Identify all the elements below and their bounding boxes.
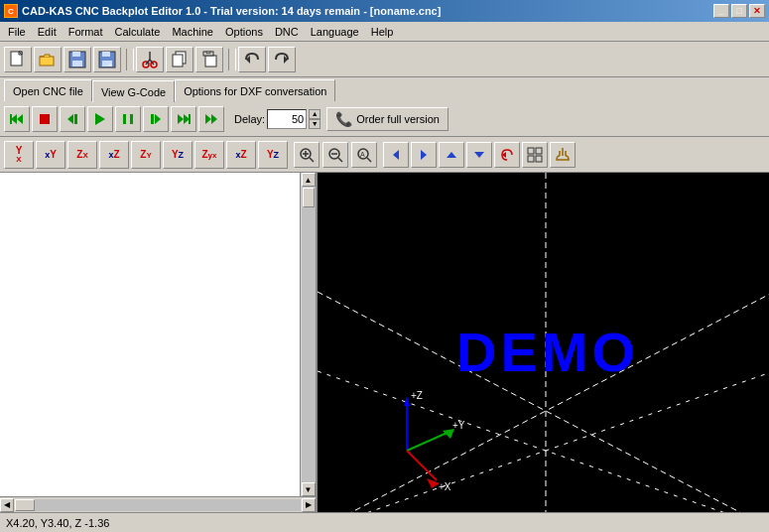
main-area: ▲ ▼ ◀ ▶ DEMO	[0, 173, 769, 512]
svg-line-39	[310, 158, 314, 162]
svg-rect-32	[151, 114, 154, 124]
view-bar: YX xY ZX xZ ZY YZ Zyx xZ	[0, 137, 769, 173]
undo-button[interactable]	[238, 47, 266, 72]
view-yz2-button[interactable]: YZ	[258, 141, 288, 169]
zoom-fit-button[interactable]: A	[351, 142, 377, 168]
title-bar-buttons: _ □ ✕	[713, 4, 765, 18]
cnc-display: DEMO +Z +Y +X	[318, 173, 769, 512]
status-bar: X4.20, Y3.40, Z -1.36	[0, 512, 769, 532]
view-zy-button[interactable]: ZY	[131, 141, 161, 169]
svg-marker-26	[67, 114, 73, 124]
view-xz-button[interactable]: xZ	[99, 141, 129, 169]
svg-marker-51	[474, 152, 484, 158]
delay-increment-button[interactable]: ▲	[309, 109, 320, 119]
menu-dnc[interactable]: DNC	[269, 24, 305, 40]
svg-text:A: A	[360, 151, 365, 158]
loop-button[interactable]	[198, 106, 224, 132]
save-button[interactable]	[64, 47, 91, 72]
svg-marker-28	[95, 113, 105, 125]
menu-language[interactable]: Language	[305, 24, 365, 40]
horizontal-scrollbar[interactable]: ◀ ▶	[0, 496, 316, 512]
menu-help[interactable]: Help	[365, 24, 400, 40]
h-scroll-track	[15, 499, 301, 511]
menu-calculate[interactable]: Calculate	[109, 24, 167, 40]
gcode-editor[interactable]	[0, 173, 316, 512]
pan-down-button[interactable]	[466, 142, 492, 168]
view-xz2-button[interactable]: xZ	[226, 141, 256, 169]
scroll-right-button[interactable]: ▶	[302, 498, 316, 512]
view-zyx-button[interactable]: Zyx	[194, 141, 224, 169]
separator-2b	[235, 49, 236, 70]
toolbar: +	[0, 42, 769, 77]
step-forward-button[interactable]	[143, 106, 169, 132]
stop-button[interactable]	[32, 106, 58, 132]
delay-area: Delay: ▲ ▼	[234, 109, 320, 129]
svg-marker-37	[211, 114, 217, 124]
separator-1b	[133, 49, 134, 70]
hand-tool-button[interactable]	[550, 142, 576, 168]
view-xy-button[interactable]: xY	[36, 141, 65, 169]
h-scroll-thumb[interactable]	[15, 499, 35, 511]
phone-icon: 📞	[335, 111, 352, 127]
scroll-up-button[interactable]: ▲	[302, 173, 316, 187]
maximize-button[interactable]: □	[731, 4, 747, 18]
tab-open-cnc[interactable]: Open CNC file	[4, 79, 92, 101]
separator-1	[126, 49, 127, 70]
pan-left-button[interactable]	[383, 142, 409, 168]
svg-rect-54	[536, 148, 542, 154]
zoom-in-button[interactable]	[294, 142, 320, 168]
new-button[interactable]	[4, 47, 32, 72]
menu-bar: File Edit Format Calculate Machine Optio…	[0, 22, 769, 42]
svg-rect-25	[40, 114, 50, 124]
menu-options[interactable]: Options	[219, 24, 269, 40]
reset-view-button[interactable]	[494, 142, 520, 168]
svg-rect-56	[536, 156, 542, 162]
pan-up-button[interactable]	[439, 142, 464, 168]
redo-button[interactable]	[268, 47, 296, 72]
play-button[interactable]	[87, 106, 113, 132]
menu-edit[interactable]: Edit	[32, 24, 63, 40]
svg-marker-23	[17, 114, 23, 124]
pause-button[interactable]	[115, 106, 141, 132]
view-yz-button[interactable]: YZ	[163, 141, 192, 169]
svg-rect-4	[72, 52, 80, 57]
close-button[interactable]: ✕	[749, 4, 765, 18]
menu-machine[interactable]: Machine	[166, 24, 219, 40]
order-btn-label: Order full version	[356, 113, 440, 125]
view-zx-button[interactable]: ZX	[67, 141, 97, 169]
cut-button[interactable]	[136, 47, 164, 72]
tabs-row: Open CNC file View G-Code Options for DX…	[0, 77, 769, 101]
tab-view-gcode[interactable]: View G-Code	[92, 80, 175, 102]
scroll-thumb[interactable]	[303, 188, 315, 207]
menu-format[interactable]: Format	[63, 24, 109, 40]
menu-file[interactable]: File	[2, 24, 32, 40]
svg-marker-50	[447, 152, 456, 158]
forward-to-end-button[interactable]	[171, 106, 196, 132]
step-back-button[interactable]	[60, 106, 85, 132]
zoom-out-button[interactable]	[322, 142, 348, 168]
delay-input[interactable]	[267, 109, 307, 129]
scroll-down-button[interactable]: ▼	[302, 482, 316, 496]
svg-rect-35	[189, 114, 191, 124]
view-yx-button[interactable]: YX	[4, 141, 34, 169]
save-as-button[interactable]: +	[93, 47, 121, 72]
fit-view-button[interactable]	[522, 142, 548, 168]
code-editor-panel: ▲ ▼ ◀ ▶	[0, 173, 318, 512]
svg-text:DEMO: DEMO	[456, 321, 639, 383]
paste-button[interactable]	[195, 47, 223, 72]
svg-marker-33	[178, 114, 184, 124]
svg-rect-17	[205, 56, 216, 66]
separator-2	[228, 49, 229, 70]
svg-marker-64	[404, 396, 410, 406]
copy-button[interactable]	[166, 47, 193, 72]
minimize-button[interactable]: _	[713, 4, 729, 18]
nav-group	[383, 142, 576, 168]
tab-options-dxf[interactable]: Options for DXF conversation	[175, 79, 335, 101]
vertical-scrollbar[interactable]: ▲ ▼	[300, 173, 316, 496]
pan-right-button[interactable]	[411, 142, 437, 168]
order-full-version-button[interactable]: 📞 Order full version	[326, 107, 449, 131]
rewind-to-start-button[interactable]	[4, 106, 30, 132]
open-button[interactable]	[34, 47, 62, 72]
delay-decrement-button[interactable]: ▼	[309, 119, 320, 129]
scroll-left-button[interactable]: ◀	[0, 498, 14, 512]
